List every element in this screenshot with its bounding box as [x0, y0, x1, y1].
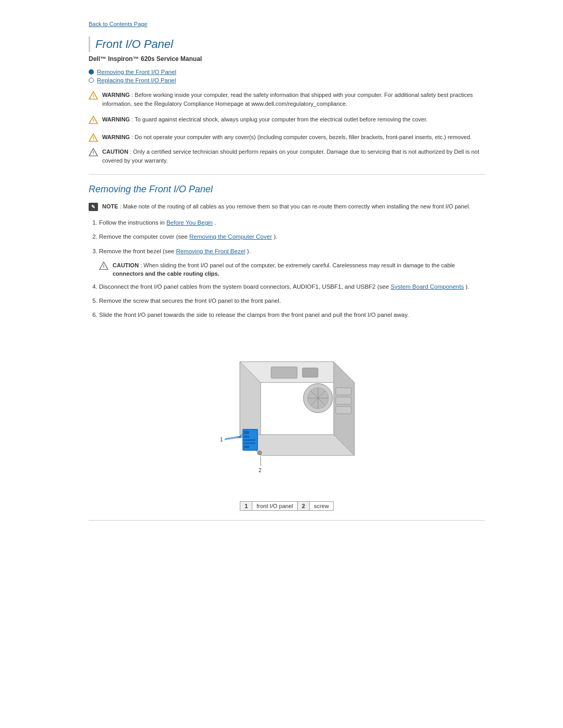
- warning-text-2: WARNING : To guard against electrical sh…: [102, 115, 427, 124]
- warning-label-3: WARNING: [102, 134, 130, 140]
- caution-icon-main: !: [89, 148, 98, 158]
- toc-item-replacing[interactable]: Replacing the Front I/O Panel: [89, 77, 485, 83]
- legend-num-1: 1: [240, 501, 252, 510]
- step-2: Remove the computer cover (see Removing …: [99, 232, 485, 241]
- svg-text:2: 2: [259, 467, 262, 473]
- warning-content-3: : Do not operate your computer with any …: [131, 134, 471, 140]
- diagram-image: 1 2: [198, 330, 375, 497]
- diagram-area: 1 2 1 front I/O panel 2 screw: [89, 330, 485, 511]
- svg-text:!: !: [93, 135, 94, 141]
- step-2-link[interactable]: Removing the Computer Cover: [189, 233, 272, 240]
- caution-label-main: CAUTION: [102, 149, 128, 155]
- step-3-after: ).: [247, 248, 251, 254]
- step-4: Disconnect the front I/O panel cables fr…: [99, 282, 485, 291]
- step-1-after: .: [214, 219, 216, 226]
- step-1-link[interactable]: Before You Begin: [166, 219, 213, 226]
- legend-table: 1 front I/O panel 2 screw: [240, 501, 334, 511]
- step-1: Follow the instructions in Before You Be…: [99, 218, 485, 227]
- page-subtitle: Dell™ Inspiron™ 620s Service Manual: [89, 55, 485, 63]
- warning-block-1: ! WARNING : Before working inside your c…: [89, 91, 485, 108]
- svg-rect-29: [244, 442, 255, 444]
- step-3-text: Remove the front bezel (see: [99, 248, 176, 254]
- steps-list-2: Disconnect the front I/O panel cables fr…: [99, 282, 485, 320]
- svg-line-39: [225, 437, 238, 439]
- warning-icon-3: !: [89, 133, 98, 143]
- toc-section: Removing the Front I/O Panel Replacing t…: [89, 69, 485, 83]
- legend-row-1: 1 front I/O panel 2 screw: [240, 501, 334, 510]
- warning-content-2: : To guard against electrical shock, alw…: [131, 116, 427, 122]
- warning-content-1: : Before working inside your computer, r…: [102, 92, 473, 107]
- warning-text-3: WARNING : Do not operate your computer w…: [102, 133, 472, 142]
- step-6-text: Slide the front I/O panel towards the si…: [99, 312, 409, 318]
- caution-bold-step4: connectors and the cable routing clips.: [113, 270, 219, 277]
- note-label: NOTE: [102, 203, 118, 209]
- svg-rect-28: [244, 439, 255, 441]
- section-title-removing: Removing the Front I/O Panel: [89, 184, 485, 195]
- step-1-text: Follow the instructions in: [99, 219, 166, 226]
- warning-label-1: WARNING: [102, 92, 130, 98]
- caution-label-step4: CAUTION: [113, 262, 139, 268]
- step-5: Remove the screw that secures the front …: [99, 297, 485, 305]
- page-title: Front I/O Panel: [89, 36, 485, 52]
- svg-rect-14: [271, 367, 297, 378]
- svg-rect-23: [336, 397, 351, 404]
- caution-icon-step4: !: [99, 262, 108, 272]
- warning-block-3: ! WARNING : Do not operate your computer…: [89, 133, 485, 143]
- step-4-link[interactable]: System Board Components: [390, 283, 464, 290]
- note-content: : Make note of the routing of all cables…: [120, 203, 471, 209]
- svg-rect-26: [244, 431, 249, 434]
- caution-content-main: : Only a certified service technician sh…: [102, 149, 479, 164]
- bullet-filled-icon: [89, 69, 94, 75]
- note-icon: ✎: [89, 203, 98, 211]
- step-2-text: Remove the computer cover (see: [99, 233, 189, 240]
- note-text: NOTE : Make note of the routing of all c…: [102, 202, 470, 211]
- svg-rect-24: [336, 406, 351, 414]
- warning-icon-2: !: [89, 116, 98, 126]
- step-4-text: Disconnect the front I/O panel cables fr…: [99, 283, 390, 290]
- toc-item-removing[interactable]: Removing the Front I/O Panel: [89, 69, 485, 75]
- svg-rect-22: [336, 388, 351, 395]
- bullet-empty-icon: [89, 78, 94, 83]
- svg-text:!: !: [93, 150, 94, 155]
- divider-1: [89, 174, 485, 175]
- caution-block-step4: ! CAUTION : When sliding the front I/O p…: [99, 261, 485, 278]
- legend-label-2: screw: [310, 501, 334, 510]
- warning-label-2: WARNING: [102, 116, 130, 122]
- step-4-after: ).: [466, 283, 469, 290]
- svg-text:1: 1: [220, 437, 223, 442]
- warning-text-1: WARNING : Before working inside your com…: [102, 91, 485, 108]
- step-6: Slide the front I/O panel towards the si…: [99, 311, 485, 319]
- svg-text:!: !: [93, 93, 94, 98]
- svg-rect-15: [302, 368, 318, 377]
- svg-rect-30: [244, 446, 249, 448]
- caution-text-main: CAUTION : Only a certified service techn…: [102, 147, 485, 165]
- toc-link-removing[interactable]: Removing the Front I/O Panel: [97, 69, 176, 75]
- divider-2: [89, 520, 485, 521]
- step-3-link[interactable]: Removing the Front Bezel: [176, 248, 246, 254]
- step-2-after: ).: [274, 233, 277, 240]
- caution-block-main: ! CAUTION : Only a certified service tec…: [89, 147, 485, 165]
- note-block: ✎ NOTE : Make note of the routing of all…: [89, 202, 485, 211]
- svg-rect-27: [244, 436, 249, 438]
- step-3: Remove the front bezel (see Removing the…: [99, 247, 485, 256]
- steps-list: Follow the instructions in Before You Be…: [99, 218, 485, 256]
- svg-text:!: !: [93, 118, 94, 123]
- svg-text:!: !: [103, 264, 105, 269]
- warning-icon-1: !: [89, 91, 98, 101]
- caution-content-step4: : When sliding the front I/O panel out o…: [140, 262, 455, 268]
- legend-num-2: 2: [297, 501, 309, 510]
- back-to-contents-link[interactable]: Back to Contents Page: [89, 21, 485, 27]
- legend-label-1: front I/O panel: [252, 501, 298, 510]
- caution-text-step4: CAUTION : When sliding the front I/O pan…: [113, 261, 485, 278]
- toc-link-replacing[interactable]: Replacing the Front I/O Panel: [97, 77, 176, 83]
- step-5-text: Remove the screw that secures the front …: [99, 298, 281, 304]
- warning-block-2: ! WARNING : To guard against electrical …: [89, 115, 485, 126]
